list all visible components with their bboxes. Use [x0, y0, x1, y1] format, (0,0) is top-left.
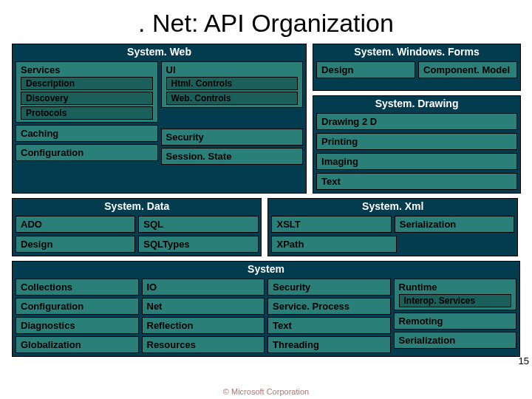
- panel-title-data: System. Data: [13, 199, 261, 214]
- slide-title: . Net: API Organization: [12, 9, 520, 38]
- cell-serviceprocess: Service. Process: [267, 298, 391, 315]
- row-mid: System. Data ADO SQL Design SQLTypes Sys…: [12, 198, 520, 256]
- cell-webcontrols: Web. Controls: [166, 92, 299, 105]
- panel-title-drawing: System. Drawing: [313, 96, 520, 111]
- cell-componentmodel: Component. Model: [418, 61, 517, 78]
- cell-sqltypes: SQLTypes: [138, 236, 258, 253]
- panel-title-system: System: [13, 262, 519, 276]
- panel-system-xml: System. Xml XSLT Serialization XPath: [267, 198, 517, 256]
- cell-sql: SQL: [138, 216, 258, 233]
- cell-resources: Resources: [142, 336, 265, 353]
- cell-services: Services Description Discovery Protocols: [16, 61, 158, 123]
- label-services: Services: [21, 64, 61, 75]
- cell-collections: Collections: [16, 279, 139, 296]
- label-ui: UI: [166, 64, 176, 75]
- page-number: 15: [519, 355, 529, 366]
- cell-xslt: XSLT: [271, 216, 391, 233]
- cell-sys-security: Security: [267, 279, 391, 296]
- slide: . Net: API Organization System. Web Serv…: [0, 0, 532, 399]
- cell-protocols: Protocols: [21, 106, 153, 120]
- cell-discovery: Discovery: [21, 92, 153, 105]
- cell-printing: Printing: [316, 133, 517, 150]
- cell-description: Description: [21, 77, 153, 90]
- panel-system-drawing: System. Drawing Drawing 2 D Printing Ima…: [313, 95, 521, 194]
- cell-imaging: Imaging: [316, 153, 517, 170]
- cell-security: Security: [161, 129, 304, 146]
- panel-title-xml: System. Xml: [268, 199, 516, 214]
- panel-system-web: System. Web Services Description Discove…: [12, 44, 307, 194]
- cell-remoting: Remoting: [394, 313, 517, 330]
- cell-net: Net: [142, 298, 265, 315]
- cell-reflection: Reflection: [142, 317, 265, 334]
- cell-configuration: Configuration: [16, 144, 158, 161]
- cell-sys-serialization: Serialization: [394, 332, 517, 349]
- cell-diagnostics: Diagnostics: [16, 317, 139, 334]
- cell-threading: Threading: [267, 336, 391, 353]
- panel-system-data: System. Data ADO SQL Design SQLTypes: [12, 198, 262, 256]
- panel-system: System Collections Configuration Diagnos…: [12, 261, 520, 357]
- cell-xml-serialization: Serialization: [395, 216, 514, 233]
- cell-drawing2d: Drawing 2 D: [316, 113, 517, 130]
- label-runtime: Runtime: [399, 282, 437, 293]
- panel-title-swf: System. Windows. Forms: [313, 44, 520, 59]
- cell-design-swf: Design: [316, 61, 415, 78]
- cell-globalization: Globalization: [16, 336, 139, 353]
- cell-sessionstate: Session. State: [161, 148, 304, 165]
- cell-interopservices: Interop. Services: [399, 294, 512, 307]
- cell-ui: UI Html. Controls Web. Controls: [161, 61, 304, 108]
- panel-title-system-web: System. Web: [13, 44, 306, 59]
- cell-xpath: XPath: [271, 236, 396, 253]
- cell-htmlcontrols: Html. Controls: [166, 77, 299, 90]
- cell-sys-configuration: Configuration: [16, 298, 139, 315]
- panel-system-windows-forms: System. Windows. Forms Design Component.…: [313, 44, 521, 91]
- cell-runtime: Runtime Interop. Services: [394, 279, 517, 310]
- cell-text-drawing: Text: [316, 173, 517, 190]
- cell-data-design: Design: [16, 236, 135, 253]
- row-top: System. Web Services Description Discove…: [12, 44, 520, 194]
- cell-ado: ADO: [16, 216, 135, 233]
- cell-io: IO: [142, 279, 265, 296]
- cell-caching: Caching: [16, 125, 158, 142]
- cell-sys-text: Text: [267, 317, 391, 334]
